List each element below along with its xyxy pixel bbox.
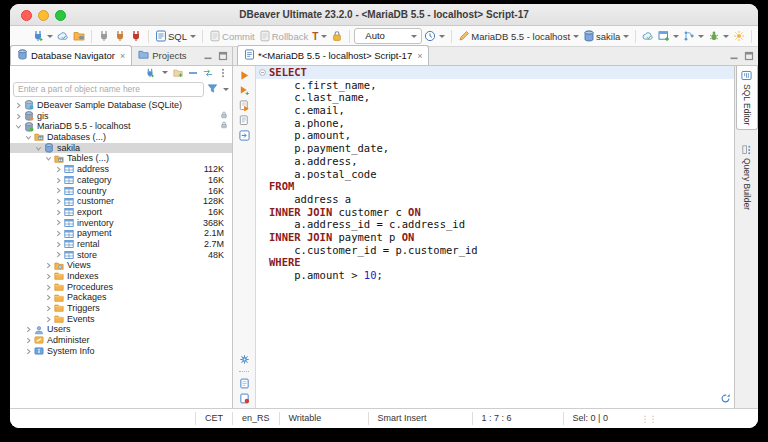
- cloud-settings-icon[interactable]: [640, 29, 656, 43]
- tab-sql-editor[interactable]: SQL Editor: [736, 66, 758, 130]
- refresh-icon[interactable]: [720, 393, 731, 406]
- close-icon[interactable]: ×: [120, 51, 125, 61]
- chevron-right-icon[interactable]: [54, 166, 63, 173]
- chevron-right-icon[interactable]: [44, 305, 53, 312]
- chevron-right-icon[interactable]: [54, 219, 63, 226]
- view-menu-icon[interactable]: [218, 68, 228, 78]
- code-line[interactable]: a.address_id = c.address_id: [256, 218, 734, 231]
- tree-item-packages[interactable]: Packages: [10, 292, 232, 303]
- code-line[interactable]: WHERE: [256, 256, 734, 269]
- maximize-view-icon[interactable]: [218, 51, 228, 63]
- tree-item-export[interactable]: export16K: [10, 207, 232, 218]
- tree-item-system-info[interactable]: System Info: [10, 346, 232, 357]
- export-from-query-button[interactable]: [239, 130, 250, 141]
- cloud-connection-icon[interactable]: [55, 29, 71, 43]
- code-line[interactable]: p.payment_date,: [256, 142, 734, 155]
- code-line[interactable]: p.amount,: [256, 129, 734, 142]
- commit-mode-select[interactable]: Auto: [354, 28, 422, 44]
- chevron-down-icon[interactable]: [34, 145, 43, 152]
- close-window-button[interactable]: [21, 10, 32, 21]
- chevron-right-icon[interactable]: [44, 316, 53, 323]
- open-file-icon[interactable]: [239, 378, 250, 389]
- code-line[interactable]: c.last_name,: [256, 91, 734, 104]
- er-diagram-icon[interactable]: [681, 29, 706, 43]
- minimize-editor-icon[interactable]: [729, 51, 739, 63]
- chevron-right-icon[interactable]: [24, 326, 33, 333]
- filter-funnel-icon[interactable]: [207, 80, 218, 98]
- chevron-right-icon[interactable]: [54, 251, 63, 258]
- chevron-down-icon[interactable]: [24, 134, 33, 141]
- tree-item-category[interactable]: category16K: [10, 175, 232, 186]
- chevron-right-icon[interactable]: [54, 198, 63, 205]
- chevron-right-icon[interactable]: [14, 102, 23, 109]
- chevron-right-icon[interactable]: [44, 262, 53, 269]
- active-connection-select[interactable]: MariaDB 5.5 - localhost: [456, 29, 581, 43]
- active-database-select[interactable]: sakila: [581, 29, 631, 43]
- tree-item-dbeaver-sample-database-sqlite[interactable]: DBeaver Sample Database (SQLite): [10, 100, 232, 111]
- code-line[interactable]: a.address,: [256, 155, 734, 168]
- tab-script-17[interactable]: *<MariaDB 5.5 - localhost> Script-17 ×: [237, 45, 429, 65]
- tree-item-store[interactable]: store48K: [10, 250, 232, 261]
- connect-plug-icon[interactable]: [96, 29, 112, 43]
- code-line[interactable]: c.customer_id = p.customer_id: [256, 244, 734, 257]
- fold-collapse-icon[interactable]: [256, 66, 269, 79]
- collapse-all-icon[interactable]: [188, 68, 198, 78]
- execute-script-natively-button[interactable]: [239, 115, 250, 126]
- chevron-right-icon[interactable]: [54, 209, 63, 216]
- chevron-right-icon[interactable]: [24, 337, 33, 344]
- code-line[interactable]: FROM: [256, 180, 734, 193]
- code-line[interactable]: address a: [256, 193, 734, 206]
- sql-editor-settings-gear-icon[interactable]: [239, 354, 250, 365]
- minimize-view-icon[interactable]: [203, 51, 213, 63]
- chevron-right-icon[interactable]: [44, 294, 53, 301]
- new-connection-icon[interactable]: [145, 68, 155, 78]
- execute-in-new-tab-button[interactable]: [239, 85, 250, 96]
- code-line[interactable]: a.postal_code: [256, 168, 734, 181]
- tree-item-tables[interactable]: Tables (...): [10, 153, 232, 164]
- lock-icon[interactable]: [329, 29, 345, 43]
- minimize-window-button[interactable]: [38, 10, 49, 21]
- save-file-icon[interactable]: [239, 393, 250, 404]
- execute-statement-button[interactable]: [239, 70, 250, 81]
- commit-button[interactable]: Commit: [207, 29, 257, 43]
- tree-item-triggers[interactable]: Triggers: [10, 303, 232, 314]
- tree-item-users[interactable]: Users: [10, 324, 232, 335]
- transaction-history-clock-icon[interactable]: [422, 29, 447, 43]
- code-line[interactable]: INNER JOIN customer c ON: [256, 206, 734, 219]
- code-line[interactable]: c.email,: [256, 104, 734, 117]
- tree-item-events[interactable]: Events: [10, 314, 232, 325]
- tab-query-builder[interactable]: Query Builder: [740, 140, 753, 214]
- new-connection-button[interactable]: [30, 29, 55, 43]
- link-with-editor-icon[interactable]: [203, 68, 213, 78]
- zoom-window-button[interactable]: [55, 10, 66, 21]
- tree-item-procedures[interactable]: Procedures: [10, 282, 232, 293]
- tree-item-administer[interactable]: Administer: [10, 335, 232, 346]
- tab-database-navigator[interactable]: Database Navigator ×: [10, 45, 132, 65]
- tree-item-mariadb-5-5-localhost[interactable]: MariaDB 5.5 - localhost: [10, 121, 232, 132]
- reconnect-plug-icon[interactable]: [112, 29, 128, 43]
- chevron-right-icon[interactable]: [44, 284, 53, 291]
- new-folder-icon[interactable]: [173, 68, 183, 78]
- code-line[interactable]: SELECT: [256, 66, 734, 79]
- chevron-right-icon[interactable]: [54, 230, 63, 237]
- tree-item-gis[interactable]: gis: [10, 111, 232, 122]
- execute-script-button[interactable]: [239, 100, 250, 111]
- sql-editor-button[interactable]: SQL: [153, 29, 198, 43]
- rollback-button[interactable]: Rollback: [257, 29, 310, 43]
- tree-item-country[interactable]: country16K: [10, 186, 232, 197]
- tree-item-inventory[interactable]: inventory368K: [10, 218, 232, 229]
- tree-item-rental[interactable]: rental2.7M: [10, 239, 232, 250]
- chevron-right-icon[interactable]: [44, 273, 53, 280]
- tree-item-databases[interactable]: Databases (...): [10, 132, 232, 143]
- chevron-right-icon[interactable]: [54, 241, 63, 248]
- tree-item-customer[interactable]: customer128K: [10, 196, 232, 207]
- tree-item-views[interactable]: Views: [10, 260, 232, 271]
- tab-projects[interactable]: Projects: [132, 46, 192, 65]
- chevron-down-icon[interactable]: [44, 155, 53, 162]
- tree-item-sakila[interactable]: sakila: [10, 143, 232, 154]
- open-connection-folder-icon[interactable]: [71, 29, 87, 43]
- chevron-down-icon[interactable]: [14, 123, 23, 130]
- code-line[interactable]: c.first_name,: [256, 79, 734, 92]
- disconnect-plug-icon[interactable]: [128, 29, 144, 43]
- chevron-right-icon[interactable]: [54, 177, 63, 184]
